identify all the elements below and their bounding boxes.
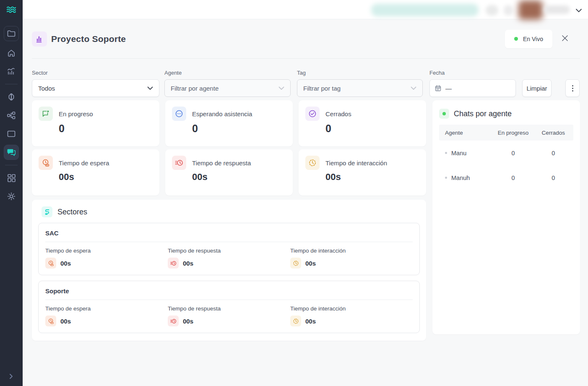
- app-window: Proyecto Soporte En Vivo Sector Tod: [0, 0, 588, 386]
- sector-name: Soporte: [45, 287, 413, 295]
- metric-value: 00s: [183, 260, 193, 267]
- sidebar-item-ai[interactable]: [4, 89, 19, 104]
- divider: [45, 242, 413, 242]
- metric-tiempo-respuesta: Tiempo de respuesta: [168, 305, 290, 326]
- sidebar: [0, 0, 23, 386]
- close-dashboard-button[interactable]: [562, 35, 568, 43]
- stat-value: 00s: [59, 172, 153, 183]
- sector-select-value: Todos: [38, 85, 55, 92]
- chevron-down-icon: [575, 8, 582, 13]
- sectores-title: Sectores: [57, 208, 87, 216]
- clear-filters-button[interactable]: Limpiar: [522, 79, 552, 97]
- sidebar-item-chats[interactable]: [4, 145, 19, 160]
- stat-card-cerrados: Cerrados 0: [299, 100, 426, 146]
- ellipsis-circle-icon: [172, 107, 186, 121]
- sidebar-divider: [5, 165, 18, 165]
- stat-label: Tiempo de interacción: [325, 159, 387, 167]
- window-icon: [7, 130, 16, 137]
- agent-cerrados: 0: [533, 150, 573, 156]
- clock-dashed-icon: [290, 258, 301, 269]
- more-options-button[interactable]: [565, 79, 580, 97]
- stats-column: En progreso 0: [32, 100, 426, 341]
- sidebar-item-pages[interactable]: [4, 126, 19, 141]
- check-circle-icon: [305, 107, 320, 121]
- metric-value: 00s: [60, 318, 71, 325]
- chat-dot-icon: [39, 107, 53, 121]
- fecha-date-picker[interactable]: —: [429, 79, 516, 97]
- stat-label: Tiempo de espera: [59, 159, 109, 167]
- chats-panel-title: Chats por agente: [454, 110, 512, 118]
- chats-por-agente-panel: Chats por agente Agente En progreso Cerr…: [432, 100, 580, 334]
- sectores-section: Sectores SAC Tiempo de espera: [32, 200, 426, 341]
- close-icon: [562, 35, 568, 42]
- sidebar-item-workflows[interactable]: [4, 108, 19, 123]
- agent-name: Manu: [451, 150, 466, 156]
- metric-value: 00s: [60, 260, 71, 267]
- agent-en-progreso: 0: [493, 175, 533, 181]
- workflow-tree-icon: [7, 112, 16, 119]
- metric-tiempo-espera: Tiempo de espera: [45, 305, 168, 326]
- chats-table-header: Agente En progreso Cerrados: [439, 125, 573, 141]
- gear-icon: [7, 192, 16, 201]
- clock-speed-icon: [168, 258, 179, 269]
- avatar: [518, 0, 543, 20]
- stat-label: Cerrados: [325, 110, 351, 117]
- sidebar-item-projects[interactable]: [4, 26, 19, 41]
- sidebar-item-analytics[interactable]: [4, 64, 19, 79]
- user-menu-toggle[interactable]: [575, 7, 582, 14]
- stat-value: 00s: [325, 172, 419, 183]
- stat-label: Tiempo de respuesta: [192, 159, 251, 167]
- metric-value: 00s: [305, 260, 316, 267]
- stat-value: 0: [325, 123, 419, 135]
- column-header-cerrados: Cerrados: [533, 130, 573, 136]
- blurred-notice-pill: [371, 4, 479, 16]
- kebab-icon: [572, 85, 573, 86]
- sector-select[interactable]: Todos: [32, 79, 159, 97]
- tag-filter-label: Tag: [297, 70, 423, 76]
- clock-wait-icon: [39, 156, 53, 170]
- column-header-en-progreso: En progreso: [493, 130, 533, 136]
- table-row[interactable]: Manu 0 0: [439, 141, 573, 165]
- chevron-down-icon: [411, 86, 416, 90]
- clock-wait-icon: [45, 258, 56, 269]
- metric-label: Tiempo de respuesta: [168, 305, 290, 312]
- agente-select[interactable]: Filtrar por agente: [164, 79, 291, 97]
- chevron-down-icon: [147, 86, 153, 90]
- analytics-chart-icon: [7, 68, 16, 75]
- sector-card-soporte: Soporte Tiempo de espera: [38, 281, 420, 333]
- agent-name: Manuh: [451, 175, 470, 181]
- brand-waves-logo-icon: [6, 6, 17, 15]
- calendar-icon: [435, 85, 441, 91]
- sector-card-sac: SAC Tiempo de espera: [38, 223, 420, 275]
- sector-filter-label: Sector: [32, 70, 159, 76]
- metric-label: Tiempo de espera: [45, 248, 168, 254]
- live-label: En Vivo: [523, 36, 543, 42]
- metric-tiempo-respuesta: Tiempo de respuesta: [168, 248, 290, 269]
- topbar: [23, 0, 588, 19]
- metric-label: Tiempo de espera: [45, 305, 168, 312]
- metric-tiempo-interaccion: Tiempo de interacción 0: [290, 248, 413, 269]
- live-status-badge[interactable]: En Vivo: [505, 30, 552, 48]
- brain-icon: [7, 93, 16, 101]
- tag-select-placeholder: Filtrar por tag: [303, 85, 341, 92]
- dashboard-grid-icon: [8, 174, 16, 182]
- live-dot-icon: [514, 37, 518, 41]
- blurred-toolbar-icon: [486, 5, 498, 16]
- agent-bullet-icon: [445, 152, 447, 154]
- stat-value: 0: [192, 123, 286, 135]
- tag-select[interactable]: Filtrar por tag: [297, 79, 423, 97]
- table-row[interactable]: Manuh 0 0: [439, 165, 573, 190]
- blurred-username: [544, 5, 570, 14]
- sidebar-item-home[interactable]: [4, 45, 19, 60]
- sidebar-collapse-toggle[interactable]: [9, 373, 14, 381]
- agente-select-placeholder: Filtrar por agente: [171, 85, 219, 92]
- clock-speed-icon: [172, 156, 186, 170]
- metric-value: 00s: [183, 318, 193, 325]
- agente-filter-label: Agente: [164, 70, 291, 76]
- sidebar-item-dashboard[interactable]: [4, 170, 19, 185]
- stat-value: 00s: [192, 172, 286, 183]
- metric-tiempo-interaccion: Tiempo de interacción 0: [290, 305, 413, 326]
- sidebar-item-settings[interactable]: [4, 189, 19, 204]
- stat-card-tiempo-interaccion: Tiempo de interacción 00s: [299, 149, 426, 196]
- home-icon: [7, 49, 16, 57]
